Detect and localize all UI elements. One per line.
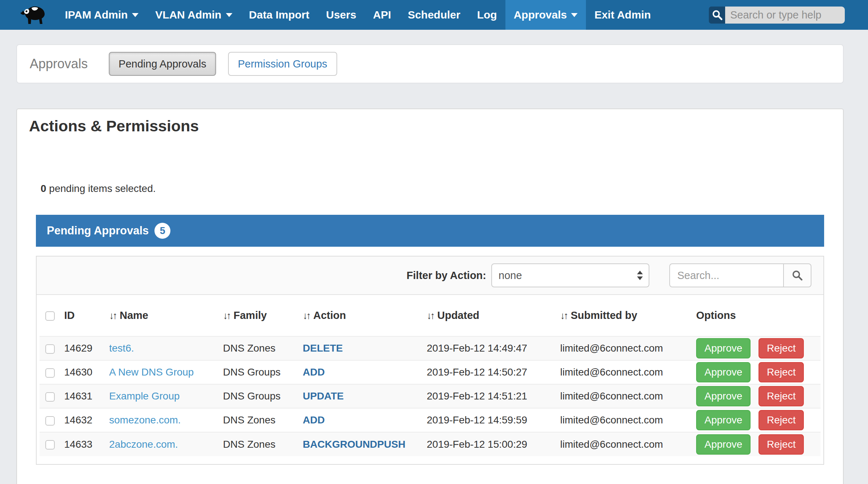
nav-item-users[interactable]: Users <box>318 0 364 30</box>
table-header-row: ID ↓↑Name ↓↑Family ↓↑Action ↓↑Updated ↓↑… <box>40 295 821 336</box>
row-id: 14631 <box>58 384 103 408</box>
column-header-name[interactable]: ↓↑Name <box>103 295 217 336</box>
table-search-input[interactable] <box>669 263 783 287</box>
sort-icon: ↓↑ <box>560 310 567 321</box>
row-name-link[interactable]: test6. <box>109 343 134 354</box>
reject-button[interactable]: Reject <box>759 410 804 430</box>
row-checkbox[interactable] <box>45 344 55 354</box>
row-family: DNS Zones <box>217 336 297 360</box>
navbar-search-input[interactable] <box>725 7 845 24</box>
row-family: DNS Groups <box>217 360 297 384</box>
reject-button[interactable]: Reject <box>759 386 804 406</box>
page-header-bar: Approvals Pending Approvals Permission G… <box>16 44 844 83</box>
row-family: DNS Groups <box>217 384 297 408</box>
selected-count: 0 <box>41 183 46 194</box>
row-action: ADD <box>303 366 325 378</box>
column-header-submitted-by[interactable]: ↓↑Submitted by <box>554 295 690 336</box>
row-name-link[interactable]: Example Group <box>109 390 180 402</box>
action-filter-value: none <box>499 270 637 282</box>
approvals-table: ID ↓↑Name ↓↑Family ↓↑Action ↓↑Updated ↓↑… <box>40 295 821 456</box>
navbar-search <box>709 7 845 24</box>
selected-count-text: pending items selected. <box>46 183 156 194</box>
nav-item-exit-admin[interactable]: Exit Admin <box>586 0 659 30</box>
row-submitted-by: limited@6connect.com <box>554 432 690 456</box>
column-header-id: ID <box>58 295 103 336</box>
selected-count-line: 0 pending items selected. <box>41 183 843 194</box>
approve-button[interactable]: Approve <box>696 434 751 455</box>
row-checkbox[interactable] <box>45 416 55 426</box>
pending-approvals-header: Pending Approvals 5 <box>36 215 824 247</box>
sort-icon: ↓↑ <box>109 310 116 321</box>
section-heading: Actions & Permissions <box>29 117 843 135</box>
sort-icon: ↓↑ <box>427 310 434 321</box>
table-search-button[interactable] <box>783 263 811 287</box>
row-id: 14630 <box>58 360 103 384</box>
navbar-search-icon[interactable] <box>709 7 725 24</box>
approval-row: 14632 somezone.com. DNS Zones ADD 2019-F… <box>40 408 821 432</box>
row-updated: 2019-Feb-12 15:00:29 <box>421 432 554 456</box>
reject-button[interactable]: Reject <box>759 338 804 358</box>
search-icon <box>791 269 803 282</box>
row-checkbox[interactable] <box>45 368 55 378</box>
row-name-link[interactable]: somezone.com. <box>109 414 181 426</box>
row-id: 14633 <box>58 432 103 456</box>
approval-row: 14633 2abczone.com. DNS Zones BACKGROUND… <box>40 432 821 456</box>
approve-button[interactable]: Approve <box>696 386 751 406</box>
nav-item-approvals[interactable]: Approvals <box>505 0 586 30</box>
approvals-table-body: 14629 test6. DNS Zones DELETE 2019-Feb-1… <box>40 336 821 456</box>
row-action: UPDATE <box>303 390 344 402</box>
row-action: DELETE <box>303 343 343 354</box>
row-id: 14632 <box>58 408 103 432</box>
table-search-group <box>669 263 811 287</box>
nav-item-data-import[interactable]: Data Import <box>241 0 318 30</box>
top-navbar: IPAM Admin VLAN Admin Data Import Users … <box>0 0 868 30</box>
reject-button[interactable]: Reject <box>759 362 804 382</box>
row-name-link[interactable]: 2abczone.com. <box>109 439 178 450</box>
select-spinner-icon <box>637 271 643 280</box>
row-id: 14629 <box>58 336 103 360</box>
nav-item-vlan-admin[interactable]: VLAN Admin <box>147 0 240 30</box>
row-family: DNS Zones <box>217 408 297 432</box>
row-updated: 2019-Feb-12 14:59:59 <box>421 408 554 432</box>
row-name-link[interactable]: A New DNS Group <box>109 366 194 378</box>
nav-item-scheduler[interactable]: Scheduler <box>400 0 469 30</box>
caret-down-icon <box>226 13 232 17</box>
row-submitted-by: limited@6connect.com <box>554 336 690 360</box>
approve-button[interactable]: Approve <box>696 410 751 430</box>
approve-button[interactable]: Approve <box>696 362 751 382</box>
column-header-action[interactable]: ↓↑Action <box>297 295 421 336</box>
filter-by-action-label: Filter by Action: <box>406 270 486 282</box>
filter-toolbar: Filter by Action: none <box>37 257 823 295</box>
approve-button[interactable]: Approve <box>696 338 751 358</box>
sort-icon: ↓↑ <box>223 310 230 321</box>
row-submitted-by: limited@6connect.com <box>554 408 690 432</box>
row-checkbox[interactable] <box>45 440 55 450</box>
provision-rhino-logo[interactable] <box>20 0 47 30</box>
nav-item-api[interactable]: API <box>365 0 400 30</box>
page-title: Approvals <box>30 56 88 71</box>
row-checkbox[interactable] <box>45 392 55 402</box>
nav-item-ipam-admin[interactable]: IPAM Admin <box>57 0 147 30</box>
row-action: ADD <box>303 414 325 426</box>
column-header-family[interactable]: ↓↑Family <box>217 295 297 336</box>
row-family: DNS Zones <box>217 432 297 456</box>
approval-row: 14630 A New DNS Group DNS Groups ADD 201… <box>40 360 821 384</box>
select-all-checkbox[interactable] <box>45 311 55 321</box>
row-submitted-by: limited@6connect.com <box>554 360 690 384</box>
panel-title: Pending Approvals <box>47 224 149 237</box>
column-header-updated[interactable]: ↓↑Updated <box>421 295 554 336</box>
approval-row: 14629 test6. DNS Zones DELETE 2019-Feb-1… <box>40 336 821 360</box>
row-updated: 2019-Feb-12 14:50:27 <box>421 360 554 384</box>
tab-permission-groups[interactable]: Permission Groups <box>228 52 337 76</box>
nav-item-log[interactable]: Log <box>469 0 505 30</box>
action-filter-select[interactable]: none <box>491 263 649 287</box>
search-icon <box>711 9 723 21</box>
nav-menu: IPAM Admin VLAN Admin Data Import Users … <box>57 0 659 30</box>
reject-button[interactable]: Reject <box>759 434 804 455</box>
caret-down-icon <box>571 13 578 17</box>
tab-pending-approvals[interactable]: Pending Approvals <box>109 52 216 76</box>
count-badge: 5 <box>154 223 170 239</box>
row-updated: 2019-Feb-12 14:51:21 <box>421 384 554 408</box>
actions-permissions-panel: Actions & Permissions 0 pending items se… <box>16 108 844 484</box>
column-header-options: Options <box>690 295 821 336</box>
